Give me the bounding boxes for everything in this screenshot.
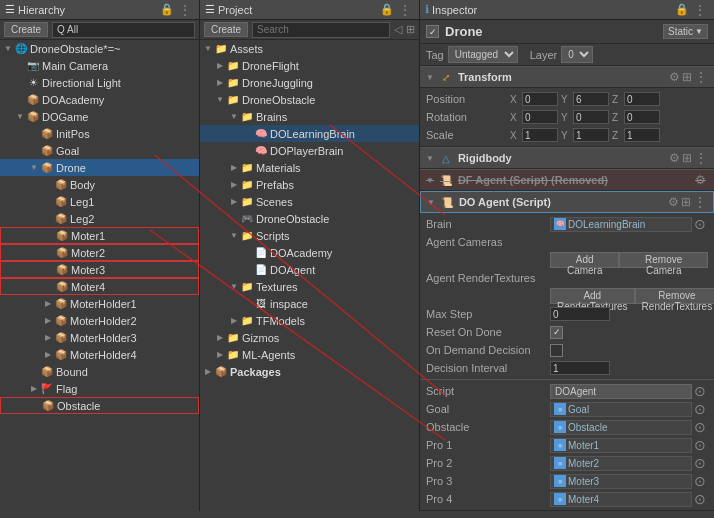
pro4-obj-ref[interactable]: ■ Moter4 — [550, 492, 692, 507]
tag-select[interactable]: Untagged — [448, 46, 518, 63]
rigidbody-more-icon[interactable]: ⊞ — [682, 151, 692, 165]
sca-z-input[interactable]: 1 — [624, 128, 660, 142]
list-item[interactable]: 📷 Main Camera — [0, 57, 199, 74]
df-agent-header[interactable]: ▼ 📜 DF Agent (Script) (Removed) ⚙ — [420, 169, 714, 191]
list-item[interactable]: 🧠 DOLearningBrain — [200, 125, 419, 142]
list-item[interactable]: ▶ 📁 Gizmos — [200, 329, 419, 346]
do-agent-header[interactable]: ▼ 📜 DO Agent (Script) ⚙ ⊞ ⋮ — [420, 191, 714, 213]
pro3-menu[interactable]: ⊙ — [692, 473, 708, 489]
add-camera-button[interactable]: Add Camera — [550, 252, 619, 268]
list-item[interactable]: 📄 DOAcademy — [200, 244, 419, 261]
list-item[interactable]: ▶ 📦 MoterHolder1 — [0, 295, 199, 312]
list-item[interactable]: ▶ 📦 Packages — [200, 363, 419, 380]
list-item[interactable]: ☀ Directional Light — [0, 74, 199, 91]
list-item[interactable]: ▼ 📁 Scripts — [200, 227, 419, 244]
script-menu[interactable]: ⊙ — [692, 383, 708, 399]
list-item[interactable]: ▶ 📁 Scenes — [200, 193, 419, 210]
obstacle-menu[interactable]: ⊙ — [692, 419, 708, 435]
static-button[interactable]: Static ▼ — [663, 24, 708, 39]
do-agent-menu-icon[interactable]: ⋮ — [693, 194, 707, 210]
list-item[interactable]: 📦 Moter2 — [0, 244, 199, 261]
project-create-button[interactable]: Create — [204, 22, 248, 37]
list-item[interactable]: ▶ 📦 MoterHolder4 — [0, 346, 199, 363]
rigidbody-header[interactable]: ▼ △ Rigidbody ⚙ ⊞ ⋮ — [420, 147, 714, 169]
rot-x-input[interactable]: 0 — [522, 110, 558, 124]
list-item[interactable]: 📦 InitPos — [0, 125, 199, 142]
sca-y-input[interactable]: 1 — [573, 128, 609, 142]
do-agent-more-icon[interactable]: ⊞ — [681, 195, 691, 209]
list-item[interactable]: 📦 DOAcademy — [0, 91, 199, 108]
object-enable-checkbox[interactable]: ✓ — [426, 25, 439, 38]
brain-ref[interactable]: 🧠 DOLearningBrain — [550, 217, 692, 232]
rigidbody-gear-icon[interactable]: ⚙ — [667, 151, 682, 165]
list-item[interactable]: 📦 Goal — [0, 142, 199, 159]
list-item[interactable]: ▼ 📁 Brains — [200, 108, 419, 125]
object-name-field[interactable]: Drone — [445, 24, 657, 39]
list-item[interactable]: ▼ 📁 DroneObstacle — [200, 91, 419, 108]
list-item[interactable]: ▶ 📦 MoterHolder2 — [0, 312, 199, 329]
list-item[interactable]: 📦 Bound — [0, 363, 199, 380]
rigidbody-menu-icon[interactable]: ⋮ — [694, 150, 708, 166]
list-item[interactable]: 🎮 DroneObstacle — [200, 210, 419, 227]
pro2-obj-ref[interactable]: ■ Moter2 — [550, 456, 692, 471]
list-item[interactable]: ▶ 📁 Materials — [200, 159, 419, 176]
maxstep-input[interactable]: 0 — [550, 307, 610, 321]
project-menu-icon[interactable]: ⋮ — [396, 2, 414, 18]
pro2-menu[interactable]: ⊙ — [692, 455, 708, 471]
ondemand-checkbox[interactable] — [550, 344, 563, 357]
list-item[interactable]: ▶ 🚩 Flag — [0, 380, 199, 397]
list-item[interactable]: ▼ 🌐 DroneObstacle*=~ — [0, 40, 199, 57]
add-rendertextures-button[interactable]: Add RenderTextures — [550, 288, 635, 304]
sca-x-input[interactable]: 1 — [522, 128, 558, 142]
remove-rendertextures-button[interactable]: Remove RenderTextures — [635, 288, 714, 304]
goal-obj-ref[interactable]: ■ Goal — [550, 402, 692, 417]
list-item[interactable]: ▼ 📦 DOGame — [0, 108, 199, 125]
project-search-input[interactable] — [252, 22, 390, 38]
do-agent-gear-icon[interactable]: ⚙ — [666, 195, 681, 209]
pro1-menu[interactable]: ⊙ — [692, 437, 708, 453]
brain-menu[interactable]: ⊙ — [692, 216, 708, 232]
project-icon-btn2[interactable]: ⊞ — [406, 23, 415, 36]
goal-menu[interactable]: ⊙ — [692, 401, 708, 417]
pro4-menu[interactable]: ⊙ — [692, 491, 708, 507]
obstacle-obj-ref[interactable]: ■ Obstacle — [550, 420, 692, 435]
list-item[interactable]: 🧠 DOPlayerBrain — [200, 142, 419, 159]
transform-gear-icon[interactable]: ⚙ — [667, 70, 682, 84]
transform-menu-icon[interactable]: ⋮ — [694, 69, 708, 85]
hierarchy-menu-icon[interactable]: ⋮ — [176, 2, 194, 18]
decision-input[interactable]: 1 — [550, 361, 610, 375]
list-item[interactable]: ▼ 📁 Assets — [200, 40, 419, 57]
pos-x-input[interactable]: 0 — [522, 92, 558, 106]
project-icon-btn1[interactable]: ◁ — [394, 23, 402, 36]
script-ref[interactable]: DOAgent — [550, 384, 692, 399]
resetondone-checkbox[interactable]: ✓ — [550, 326, 563, 339]
pos-z-input[interactable]: 0 — [624, 92, 660, 106]
list-item[interactable]: 📦 Body — [0, 176, 199, 193]
list-item[interactable]: ▶ 📁 TFModels — [200, 312, 419, 329]
remove-camera-button[interactable]: Remove Camera — [619, 252, 708, 268]
list-item[interactable]: ▶ 📦 MoterHolder3 — [0, 329, 199, 346]
list-item[interactable]: ▶ 📁 Prefabs — [200, 176, 419, 193]
list-item[interactable]: 📦 Leg2 — [0, 210, 199, 227]
transform-more-icon[interactable]: ⊞ — [682, 70, 692, 84]
list-item[interactable]: 📦 Leg1 — [0, 193, 199, 210]
list-item[interactable]: ▼ 📁 Textures — [200, 278, 419, 295]
list-item[interactable]: 📄 DOAgent — [200, 261, 419, 278]
transform-header[interactable]: ▼ ⤢ Transform ⚙ ⊞ ⋮ — [420, 66, 714, 88]
list-item[interactable]: 📦 Moter1 — [0, 227, 199, 244]
list-item[interactable]: 📦 Moter3 — [0, 261, 199, 278]
pos-y-input[interactable]: 6 — [573, 92, 609, 106]
inspector-menu-icon[interactable]: ⋮ — [691, 2, 709, 18]
rot-y-input[interactable]: 0 — [573, 110, 609, 124]
rot-z-input[interactable]: 0 — [624, 110, 660, 124]
hierarchy-create-button[interactable]: Create — [4, 22, 48, 37]
hierarchy-search-input[interactable] — [52, 22, 195, 38]
layer-select[interactable]: 0 — [561, 46, 593, 63]
list-item[interactable]: 🖼 inspace — [200, 295, 419, 312]
list-item[interactable]: ▶ 📁 ML-Agents — [200, 346, 419, 363]
list-item[interactable]: 📦 Moter4 — [0, 278, 199, 295]
pro3-obj-ref[interactable]: ■ Moter3 — [550, 474, 692, 489]
df-agent-gear-icon[interactable]: ⚙ — [693, 173, 708, 187]
list-item[interactable]: ▶ 📁 DroneJuggling — [200, 74, 419, 91]
list-item[interactable]: ▶ 📁 DroneFlight — [200, 57, 419, 74]
